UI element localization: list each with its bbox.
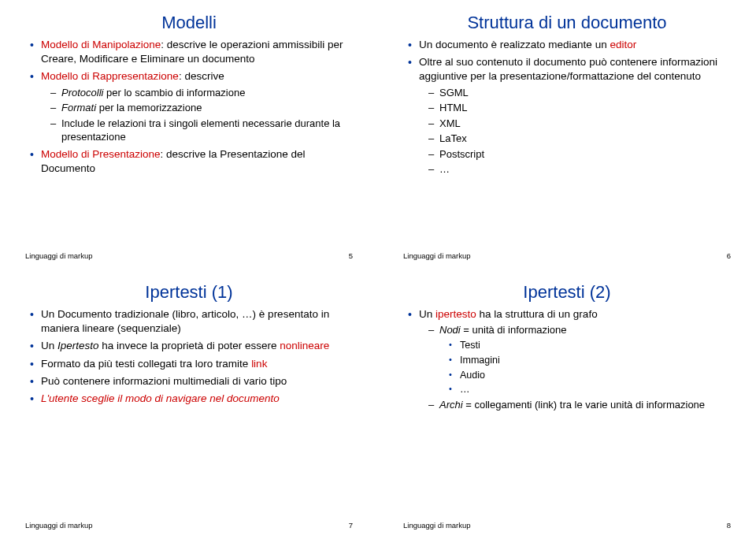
sub-bullet: Include le relazioni tra i singoli eleme… [50, 117, 356, 144]
sub-bullet: … [428, 162, 734, 177]
sub-bullet: Postscript [428, 147, 734, 162]
bullet: L'utente sceglie il modo di navigare nel… [30, 392, 356, 406]
slide-footer: Linguaggi di markup 6 [400, 251, 734, 263]
slide-body: Un ipertesto ha la struttura di un grafo… [400, 307, 734, 521]
bullet: Un ipertesto ha la struttura di un grafo… [408, 307, 734, 412]
page-number: 8 [727, 521, 731, 530]
slide-8: Ipertesti (2) Un ipertesto ha la struttu… [378, 270, 756, 539]
bullet: Un Ipertesto ha invece la proprietà di p… [30, 339, 356, 353]
bullet: Modello di Presentazione: descrive la Pr… [30, 147, 356, 176]
slide-5: Modelli Modello di Manipolazione: descri… [0, 0, 378, 270]
sub-sub-bullet: Audio [449, 369, 734, 382]
page-number: 5 [349, 251, 353, 260]
bullet: Un Documento tradizionale (libro, artico… [30, 307, 356, 336]
slide-body: Un documento è realizzato mediante un ed… [400, 38, 734, 251]
sub-bullet: Protocolli per lo scambio di informazion… [50, 86, 356, 100]
sub-bullet: Formati per la memorizzazione [50, 101, 356, 115]
bullet: Può contenere informazioni multimediali … [30, 374, 356, 388]
slide-footer: Linguaggi di markup 5 [22, 251, 356, 263]
footer-label: Linguaggi di markup [25, 251, 93, 260]
slide-footer: Linguaggi di markup 7 [22, 521, 356, 533]
sub-bullet: HTML [428, 101, 734, 115]
footer-label: Linguaggi di markup [25, 521, 93, 530]
slide-6: Struttura di un documento Un documento è… [378, 0, 756, 270]
bullet: Un documento è realizzato mediante un ed… [408, 38, 734, 52]
footer-label: Linguaggi di markup [403, 521, 471, 530]
page-number: 7 [349, 521, 353, 530]
sub-bullet: XML [428, 117, 734, 131]
bullet: Modello di Rappresentazione: descrive Pr… [30, 69, 356, 143]
sub-bullet: LaTex [428, 132, 734, 146]
slide-grid: Modelli Modello di Manipolazione: descri… [0, 0, 756, 539]
sub-bullet: Archi = collegamenti (link) tra le varie… [428, 398, 734, 412]
footer-label: Linguaggi di markup [403, 251, 471, 260]
bullet: Formato da più testi collegati tra loro … [30, 357, 356, 371]
sub-bullet: SGML [428, 86, 734, 100]
slide-title: Ipertesti (1) [22, 282, 356, 303]
sub-sub-bullet: Testi [449, 339, 734, 352]
sub-sub-bullet: … [449, 383, 734, 396]
page-number: 6 [727, 251, 731, 260]
slide-title: Ipertesti (2) [400, 282, 734, 303]
slide-footer: Linguaggi di markup 8 [400, 521, 734, 533]
sub-sub-bullet: Immagini [449, 354, 734, 367]
slide-body: Un Documento tradizionale (libro, artico… [22, 307, 356, 521]
sub-bullet: Nodi = unità di informazione Testi Immag… [428, 323, 734, 396]
bullet: Oltre al suo contenuto il documento può … [408, 55, 734, 177]
slide-body: Modello di Manipolazione: descrive le op… [22, 38, 356, 251]
bullet: Modello di Manipolazione: descrive le op… [30, 38, 356, 66]
slide-title: Modelli [22, 13, 356, 33]
slide-7: Ipertesti (1) Un Documento tradizionale … [0, 270, 378, 539]
slide-title: Struttura di un documento [400, 13, 734, 33]
